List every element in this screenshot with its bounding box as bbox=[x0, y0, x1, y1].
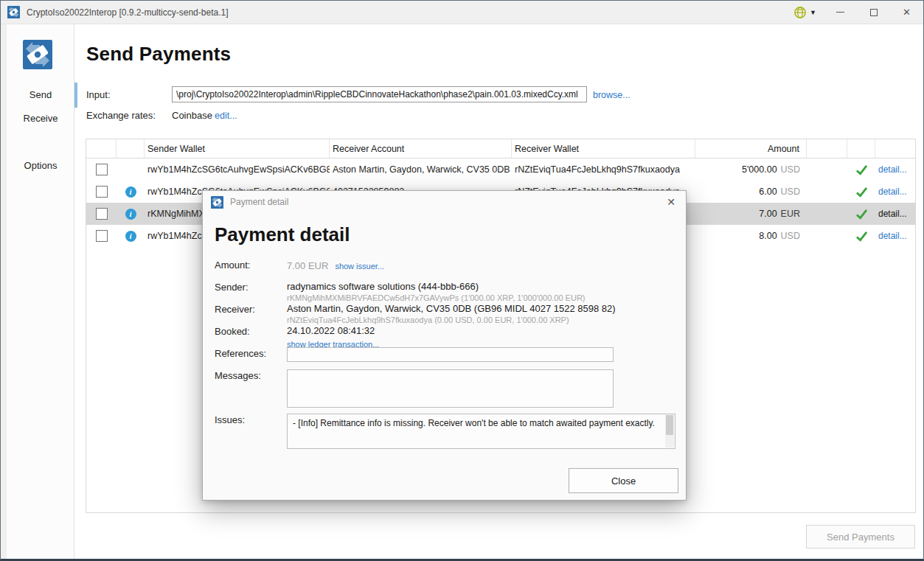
sidebar: Send Receive Options bbox=[7, 24, 74, 559]
language-menu-button[interactable]: ▼ bbox=[786, 1, 824, 24]
window-edge-strip bbox=[1, 24, 7, 559]
maximize-icon bbox=[870, 9, 878, 16]
currency-code: USD bbox=[781, 187, 800, 197]
maximize-button[interactable] bbox=[857, 1, 890, 24]
success-check-icon bbox=[855, 164, 868, 175]
cell-info bbox=[117, 158, 145, 181]
edit-link[interactable]: edit... bbox=[215, 111, 237, 121]
sidebar-item-options[interactable]: Options bbox=[7, 160, 74, 171]
cell-status bbox=[847, 181, 875, 203]
scrollbar-thumb[interactable] bbox=[666, 415, 673, 435]
exchange-rates-label: Exchange rates: bbox=[86, 110, 156, 121]
amount-value: 8.00 bbox=[759, 231, 777, 241]
minimize-button[interactable] bbox=[824, 1, 857, 24]
close-icon: ✕ bbox=[667, 196, 675, 208]
sender-wallet-balance: rKMNgMihMXMiBRVFAEDCw5dH7x7GAVywPs (1'00… bbox=[287, 293, 677, 303]
cell-detail: detail... bbox=[875, 181, 915, 203]
references-field[interactable] bbox=[287, 347, 614, 362]
dialog-close-action-button[interactable]: Close bbox=[569, 468, 678, 493]
globe-icon bbox=[793, 6, 807, 19]
dialog-app-icon bbox=[211, 196, 223, 209]
issues-label: Issues: bbox=[215, 414, 287, 425]
cell-select bbox=[86, 225, 117, 247]
window-title: CryptoIso20022Interop [0.9.2-multiccy-se… bbox=[27, 7, 228, 18]
row-checkbox[interactable] bbox=[96, 208, 108, 220]
booked-label: Booked: bbox=[215, 325, 287, 337]
amount-value: 5'000.00 bbox=[742, 164, 777, 175]
app-logo bbox=[23, 40, 52, 69]
header-info-col bbox=[117, 139, 145, 158]
cell-spacer bbox=[807, 225, 847, 247]
info-icon: i bbox=[125, 187, 136, 198]
sender-value: radynamics software solutions (444-bbb-6… bbox=[287, 281, 677, 293]
input-file-field[interactable] bbox=[172, 86, 587, 102]
detail-link[interactable]: detail... bbox=[878, 164, 907, 175]
header-detail-col bbox=[875, 139, 915, 158]
cell-info: i bbox=[117, 203, 145, 225]
issues-box[interactable]: - [Info] Remittance info is missing. Rec… bbox=[287, 414, 675, 449]
title-bar: CryptoIso20022Interop [0.9.2-multiccy-se… bbox=[1, 1, 923, 24]
sidebar-item-receive[interactable]: Receive bbox=[7, 113, 74, 124]
header-sender-wallet[interactable]: Sender Wallet bbox=[145, 139, 330, 158]
cell-amount: 8.00USD bbox=[695, 225, 807, 247]
booked-value: 24.10.2022 08:41:32 bbox=[287, 325, 677, 337]
info-icon: i bbox=[125, 209, 136, 220]
browse-link[interactable]: browse... bbox=[593, 90, 631, 100]
cell-spacer bbox=[807, 158, 847, 181]
amount-value: 7.00 EUR bbox=[287, 260, 328, 271]
detail-link[interactable]: detail... bbox=[878, 231, 907, 241]
cell-detail: detail... bbox=[875, 203, 915, 225]
close-icon: ✕ bbox=[903, 7, 911, 18]
currency-code: USD bbox=[781, 164, 800, 175]
cell-amount: 6.00USD bbox=[695, 181, 807, 203]
cell-spacer bbox=[807, 181, 847, 203]
payment-detail-dialog: Payment detail ✕ Payment detail Amount: … bbox=[202, 190, 687, 501]
cell-info: i bbox=[117, 225, 145, 247]
header-receiver-wallet[interactable]: Receiver Wallet bbox=[512, 139, 695, 158]
cell-amount: 7.00EUR bbox=[695, 203, 807, 225]
info-icon: i bbox=[125, 231, 136, 242]
currency-code: EUR bbox=[781, 209, 800, 219]
cell-sender-wallet: rwYb1M4hZcSG6tcAuhvgEwSpsiACKv6BG8 bbox=[145, 158, 330, 181]
minimize-icon bbox=[836, 12, 844, 13]
close-button[interactable]: ✕ bbox=[890, 1, 923, 24]
sidebar-item-send[interactable]: Send bbox=[7, 89, 74, 100]
input-label: Input: bbox=[86, 89, 111, 100]
sender-label: Sender: bbox=[215, 281, 287, 293]
app-window: CryptoIso20022Interop [0.9.2-multiccy-se… bbox=[0, 0, 924, 561]
exchange-provider-value: Coinbase bbox=[172, 110, 212, 121]
amount-value: 6.00 bbox=[759, 187, 777, 197]
row-checkbox[interactable] bbox=[96, 186, 108, 198]
messages-field[interactable] bbox=[287, 369, 614, 408]
dialog-heading: Payment detail bbox=[215, 223, 350, 246]
table-row[interactable]: rwYb1M4hZcSG6tcAuhvgEwSpsiACKv6BG8Aston … bbox=[86, 158, 915, 181]
cell-spacer bbox=[807, 203, 847, 225]
show-issuer-link[interactable]: show issuer... bbox=[335, 262, 384, 271]
cell-status bbox=[847, 203, 875, 225]
amount-value: 7.00 bbox=[759, 209, 777, 219]
header-status-col bbox=[847, 139, 875, 158]
receiver-wallet-balance: rNZtEviqTua4FcJebLkhq9hS7fkuxaodya (0.00… bbox=[287, 316, 677, 325]
success-check-icon bbox=[855, 209, 868, 220]
row-checkbox[interactable] bbox=[96, 230, 108, 242]
header-receiver-account[interactable]: Receiver Account bbox=[330, 139, 512, 158]
header-amount[interactable]: Amount bbox=[695, 139, 807, 158]
cell-status bbox=[847, 225, 875, 247]
cell-select bbox=[86, 158, 117, 181]
cell-receiver-wallet: rNZtEviqTua4FcJebLkhq9hS7fkuxaodya bbox=[512, 158, 695, 181]
cell-amount: 5'000.00USD bbox=[695, 158, 807, 181]
receiver-value: Aston Martin, Gaydon, Warwick, CV35 0DB … bbox=[287, 303, 677, 315]
dialog-close-button[interactable]: ✕ bbox=[656, 191, 686, 213]
cell-detail: detail... bbox=[875, 158, 915, 181]
detail-link[interactable]: detail... bbox=[878, 187, 907, 197]
send-payments-button[interactable]: Send Payments bbox=[806, 525, 915, 548]
table-header: Sender Wallet Receiver Account Receiver … bbox=[86, 139, 915, 158]
scrollbar[interactable] bbox=[665, 415, 674, 447]
active-tab-indicator bbox=[74, 83, 77, 108]
references-label: References: bbox=[215, 347, 287, 359]
detail-link[interactable]: detail... bbox=[878, 209, 907, 219]
cell-receiver-account: Aston Martin, Gaydon, Warwick, CV35 0DB bbox=[330, 158, 512, 181]
chevron-down-icon: ▼ bbox=[810, 9, 816, 16]
cell-select bbox=[86, 181, 117, 203]
row-checkbox[interactable] bbox=[96, 164, 108, 175]
